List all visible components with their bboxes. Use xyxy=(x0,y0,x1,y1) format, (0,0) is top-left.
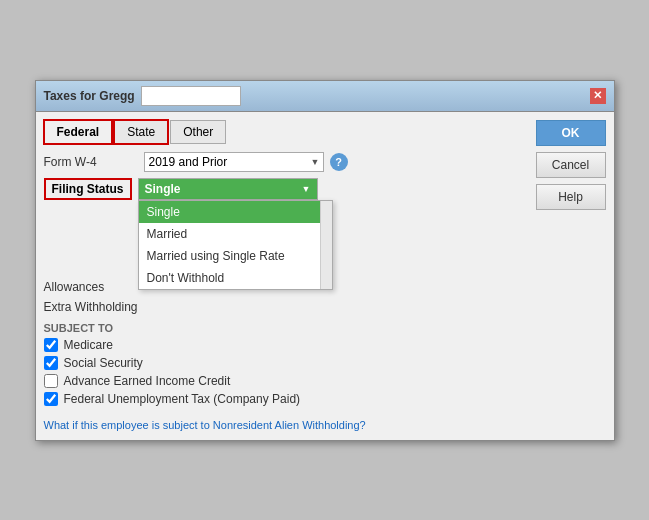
title-bar: Taxes for Gregg ✕ xyxy=(36,81,614,112)
dropdown-item-single[interactable]: Single xyxy=(139,201,332,223)
form-w4-select[interactable]: 2019 and Prior 2020 and Later xyxy=(144,152,324,172)
nonresident-link-container: What if this employee is subject to Nonr… xyxy=(44,418,524,432)
title-bar-text: Taxes for Gregg xyxy=(44,86,241,106)
nonresident-link[interactable]: What if this employee is subject to Nonr… xyxy=(44,419,366,431)
dropdown-item-married[interactable]: Married xyxy=(139,223,332,245)
cancel-button[interactable]: Cancel xyxy=(536,152,606,178)
subject-to-section: SUBJECT TO Medicare Social Security Adva… xyxy=(44,322,524,406)
medicare-row: Medicare xyxy=(44,338,524,352)
medicare-checkbox[interactable] xyxy=(44,338,58,352)
dialog-body: Federal State Other Form W-4 2019 and Pr… xyxy=(36,112,614,440)
filing-status-menu: Single Married Married using Single Rate… xyxy=(138,200,333,290)
help-button[interactable]: Help xyxy=(536,184,606,210)
main-content: Federal State Other Form W-4 2019 and Pr… xyxy=(36,112,532,440)
federal-unemployment-checkbox[interactable] xyxy=(44,392,58,406)
federal-unemployment-label: Federal Unemployment Tax (Company Paid) xyxy=(64,392,301,406)
sidebar-buttons: OK Cancel Help xyxy=(532,112,614,440)
tab-other[interactable]: Other xyxy=(170,120,226,144)
form-w4-label: Form W-4 xyxy=(44,155,144,169)
filing-status-dropdown-container: Single ▼ Single Married Married u xyxy=(138,178,318,200)
allowances-label: Allowances xyxy=(44,280,144,294)
social-security-label: Social Security xyxy=(64,356,143,370)
tab-state[interactable]: State xyxy=(114,120,168,144)
advance-earned-label: Advance Earned Income Credit xyxy=(64,374,231,388)
form-w4-row: Form W-4 2019 and Prior 2020 and Later ? xyxy=(44,152,524,172)
filing-status-select[interactable]: Single ▼ xyxy=(138,178,318,200)
tabs-container: Federal State Other xyxy=(44,120,524,144)
extra-withholding-row: Extra Withholding xyxy=(44,300,524,314)
form-w4-select-wrapper: 2019 and Prior 2020 and Later xyxy=(144,152,324,172)
dialog: Taxes for Gregg ✕ Federal State Other F xyxy=(35,80,615,441)
subject-to-label: SUBJECT TO xyxy=(44,322,524,334)
social-security-row: Social Security xyxy=(44,356,524,370)
close-button[interactable]: ✕ xyxy=(590,88,606,104)
federal-unemployment-row: Federal Unemployment Tax (Company Paid) xyxy=(44,392,524,406)
filing-status-label: Filing Status xyxy=(44,178,132,200)
tab-federal[interactable]: Federal xyxy=(44,120,113,144)
medicare-label: Medicare xyxy=(64,338,113,352)
filing-status-row: Filing Status Single ▼ Single xyxy=(44,178,524,200)
dropdown-scrollbar[interactable] xyxy=(320,201,332,289)
ok-button[interactable]: OK xyxy=(536,120,606,146)
dialog-title: Taxes for Gregg xyxy=(44,89,135,103)
advance-earned-checkbox[interactable] xyxy=(44,374,58,388)
dropdown-arrow-icon: ▼ xyxy=(302,184,311,194)
dropdown-item-married-single-rate[interactable]: Married using Single Rate xyxy=(139,245,332,267)
extra-withholding-label: Extra Withholding xyxy=(44,300,144,314)
advance-earned-row: Advance Earned Income Credit xyxy=(44,374,524,388)
title-input[interactable] xyxy=(141,86,241,106)
dropdown-item-dont-withhold[interactable]: Don't Withhold xyxy=(139,267,332,289)
social-security-checkbox[interactable] xyxy=(44,356,58,370)
help-icon[interactable]: ? xyxy=(330,153,348,171)
